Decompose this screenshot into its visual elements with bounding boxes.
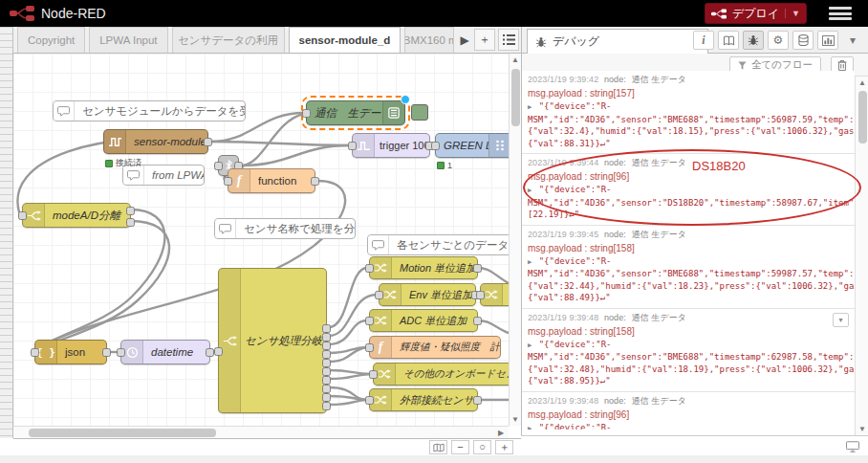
comment-branch[interactable]: センサ名称で処理を分岐	[214, 218, 356, 239]
input-port[interactable]	[476, 291, 485, 299]
comment-per-sensor[interactable]: 各センサごとのデータ処理	[367, 234, 509, 255]
expand-arrow-icon[interactable]: ▶	[528, 187, 532, 194]
canvas-horizontal-scrollbar[interactable]: ▶	[13, 426, 509, 438]
node-external-change[interactable]: 外部接続センサ	[369, 388, 478, 411]
scrollbar-thumb[interactable]	[858, 91, 867, 143]
output-port[interactable]	[473, 396, 482, 405]
output-port[interactable]	[322, 393, 331, 402]
zoom-reset-button[interactable]: ○	[473, 440, 491, 454]
dashboard-button[interactable]	[817, 31, 838, 50]
msg-menu-button[interactable]: ▾	[833, 313, 849, 327]
tab-bmx160[interactable]: BMX160 mo	[404, 27, 454, 53]
zoom-out-button[interactable]: −	[451, 440, 469, 454]
input-port[interactable]	[302, 109, 311, 118]
input-port[interactable]	[365, 396, 374, 405]
tab-sensor-data-use[interactable]: センサデータの利用	[172, 27, 285, 53]
config-nodes-button[interactable]: ⚙	[768, 31, 789, 50]
output-port[interactable]	[322, 359, 331, 367]
debug-message[interactable]: 2023/1/19 9:39:48 node: 通信 生データ msg.payl…	[522, 309, 855, 392]
expand-arrow-icon[interactable]: ▶	[528, 342, 532, 349]
output-port[interactable]	[322, 350, 331, 359]
tab-scroll-right-button[interactable]: ▶	[458, 29, 471, 51]
node-lux-function[interactable]: f 輝度値・疑似照度 計算	[369, 336, 501, 359]
debug-tab[interactable]: デバッグ	[527, 29, 708, 54]
node-function[interactable]: f function	[228, 168, 315, 193]
msg-payload-type: msg.payload : string[158]	[528, 326, 855, 337]
output-port[interactable]	[473, 317, 482, 325]
main-menu-button[interactable]	[826, 5, 855, 22]
scrollbar-thumb[interactable]	[511, 69, 520, 126]
input-port[interactable]	[365, 343, 374, 352]
input-port[interactable]	[431, 142, 440, 150]
debug-enable-toggle[interactable]	[411, 104, 428, 121]
context-data-button[interactable]	[792, 31, 814, 50]
output-port[interactable]	[322, 342, 331, 350]
debug-message[interactable]: 2023/1/19 9:39:48 node: 通信 生データ msg.payl…	[522, 392, 855, 430]
node-change-partial[interactable]	[480, 283, 509, 306]
output-port[interactable]	[322, 367, 331, 376]
canvas-vertical-scrollbar[interactable]: ▲ ▼	[509, 54, 521, 426]
input-port[interactable]	[18, 211, 27, 220]
output-port[interactable]	[102, 348, 111, 357]
open-window-button[interactable]	[843, 439, 862, 453]
input-port[interactable]	[224, 177, 232, 186]
scrollbar-thumb[interactable]	[29, 429, 216, 437]
sidebar-caret-button[interactable]: ▾	[842, 31, 863, 50]
debug-message[interactable]: 2023/1/19 9:39:45 node: 通信 生データ msg.payl…	[522, 226, 855, 309]
output-port[interactable]	[206, 348, 214, 357]
help-tab-button[interactable]	[718, 31, 739, 50]
output-port-2[interactable]	[126, 218, 135, 227]
input-port[interactable]	[214, 347, 223, 356]
palette-strip[interactable]	[0, 27, 13, 438]
tab-lpwa-input[interactable]: LPWA Input	[89, 27, 167, 53]
input-port[interactable]	[365, 264, 374, 273]
node-sensor-module[interactable]: sensor-module	[103, 129, 208, 154]
output-port[interactable]	[473, 264, 482, 273]
debug-vertical-scrollbar[interactable]: ▲ ▼	[855, 77, 868, 435]
output-port[interactable]	[322, 333, 331, 342]
input-port[interactable]	[117, 348, 125, 357]
output-port[interactable]	[322, 402, 331, 410]
info-tab-button[interactable]: i	[693, 31, 714, 50]
node-debug-raw[interactable]: 通信 生データ	[306, 100, 405, 125]
navigator-button[interactable]	[429, 440, 447, 454]
input-port[interactable]	[31, 348, 39, 357]
debug-tab-button[interactable]	[743, 31, 764, 50]
tab-sensor-module[interactable]: sensor-module_d	[289, 27, 401, 53]
tab-copyright[interactable]: Copyright	[17, 27, 85, 53]
expand-arrow-icon[interactable]: ▶	[528, 103, 532, 111]
node-env-change[interactable]: Env 単位追加	[379, 283, 476, 306]
output-port-1[interactable]	[126, 207, 135, 215]
output-port[interactable]	[322, 376, 331, 385]
debug-message-list[interactable]: 2023/1/19 9:39:42 node: 通信 生データ msg.payl…	[522, 71, 855, 430]
input-port[interactable]	[369, 370, 378, 379]
node-motion-change[interactable]: Motion 単位追加	[369, 256, 478, 279]
comment-receive-data[interactable]: センサモジュールからデータを受信	[53, 100, 246, 121]
output-port[interactable]	[204, 138, 212, 146]
input-port[interactable]	[348, 142, 357, 150]
tab-list-button[interactable]	[498, 29, 519, 51]
debug-message[interactable]: 2023/1/19 9:39:42 node: 通信 生データ msg.payl…	[522, 71, 855, 154]
output-port[interactable]	[322, 324, 331, 333]
zoom-in-button[interactable]: ＋	[495, 440, 513, 454]
output-port[interactable]	[311, 177, 319, 186]
expand-arrow-icon[interactable]: ▶	[528, 425, 532, 430]
node-green-led[interactable]: GREEN LED	[435, 133, 509, 158]
input-port[interactable]	[365, 317, 374, 325]
deploy-button[interactable]: デプロイ ▼	[705, 3, 807, 24]
node-json[interactable]: { } json	[34, 340, 107, 364]
add-tab-button[interactable]: ＋	[474, 29, 495, 51]
deploy-caret-icon[interactable]: ▼	[785, 9, 800, 18]
node-adc-change[interactable]: ADC 単位追加	[369, 309, 478, 332]
node-main-switch[interactable]: センサ処理分岐	[218, 268, 327, 413]
input-port[interactable]	[214, 162, 223, 170]
node-onboard-change[interactable]: その他のオンボードセンサ	[373, 363, 509, 386]
node-mode-switch[interactable]: modeA/D分離	[22, 203, 131, 228]
debug-message[interactable]: 2023/1/19 9:39:44 node: 通信 生データ msg.payl…	[522, 154, 855, 226]
output-port[interactable]	[322, 385, 331, 393]
input-port[interactable]	[375, 291, 383, 299]
node-trigger[interactable]: trigger 100ms	[352, 133, 430, 158]
node-datetime[interactable]: datetime	[120, 340, 210, 364]
expand-arrow-icon[interactable]: ▶	[528, 258, 532, 266]
flow-canvas[interactable]: センサモジュールからデータを受信 from LPWA センサ名称で処理を分岐 各…	[13, 54, 509, 426]
